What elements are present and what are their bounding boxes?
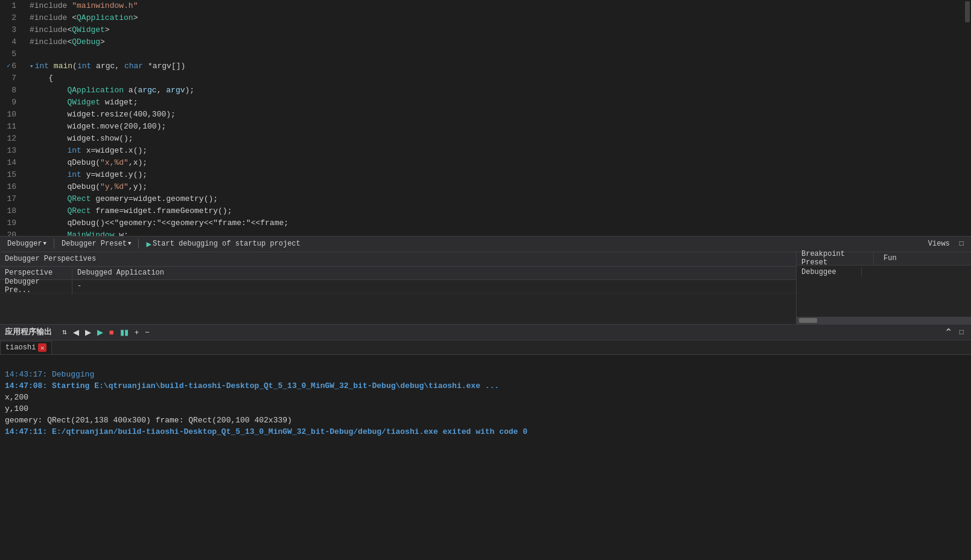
debugger-preset-arrow: ▼ (128, 241, 131, 247)
start-debug-btn[interactable]: ▶ Start debugging of startup project (144, 238, 302, 250)
vertical-scrollbar[interactable] (964, 0, 971, 236)
code-line-2: #include <QApplication> (30, 12, 964, 24)
code-line-6: ▾int main(int argc, char *argv[]) (30, 60, 964, 72)
next-btn[interactable]: ▶ (83, 327, 93, 337)
output-toolbar-controls: ⇅ ◀ ▶ ▶ ■ ▮▮ + − (60, 326, 151, 337)
perspectives-title: Debugger Perspectives (5, 255, 96, 263)
code-line-7: { (30, 72, 964, 84)
code-editor: 1 2 3 4 5 ✓6 7 8 9 10 11 12 13 14 15 16 … (0, 0, 971, 236)
perspective-cell-app: - (72, 282, 86, 290)
line-num-8: 8 (6, 84, 21, 97)
code-line-9: QWidget widget; (30, 97, 964, 109)
perspectives-right-panel: Breakpoint Preset Fun Debuggee (796, 252, 971, 324)
perspective-cell-name: Debugger Pre... (0, 278, 72, 294)
code-line-5 (30, 48, 964, 60)
output-tab-tiaoshi[interactable]: tiaoshi ✕ (0, 341, 52, 354)
output-content[interactable]: 14:43:17: Debugging 14:47:08: Starting E… (0, 355, 971, 561)
pause-btn[interactable]: ▮▮ (118, 327, 130, 337)
fold-arrow: ▾ (30, 60, 34, 72)
line-num-7: 7 (6, 72, 21, 84)
debugger-section: Debugger ▼ Debugger Preset ▼ ▶ Start deb… (5, 238, 303, 250)
code-line-8: QApplication a(argc, argv); (30, 84, 964, 97)
output-tab-bar: tiaoshi ✕ (0, 340, 971, 355)
debugger-dropdown-btn[interactable]: Debugger ▼ (5, 238, 49, 249)
output-line-2: 14:47:08: Starting E:\qtruanjian\build-t… (5, 380, 966, 392)
remove-btn[interactable]: − (143, 327, 151, 337)
app-output-panel: 应用程序输出 ⇅ ◀ ▶ ▶ ■ ▮▮ + − ⌃ □ tiaoshi ✕ (0, 324, 971, 561)
right-row-cell1: Debuggee (801, 268, 862, 276)
panel-maximize-btn[interactable]: □ (957, 328, 966, 336)
col-header-row: Perspective Debugged Application (0, 267, 796, 280)
line-num-14: 14 (6, 157, 21, 169)
code-line-19: qDebug()<<"geomery:"<<geomery<<"frame:"<… (30, 217, 964, 229)
tab-close-btn[interactable]: ✕ (38, 343, 46, 352)
line-num-9: 9 (6, 97, 21, 109)
code-line-15: int y=widget.y(); (30, 169, 964, 181)
line-num-11: 11 (6, 121, 21, 133)
stop-btn[interactable]: ■ (107, 327, 116, 337)
debugger-dropdown-arrow: ▼ (43, 241, 46, 247)
line-num-1: 1 (6, 0, 21, 12)
line-num-6: ✓6 (6, 60, 21, 72)
run-btn[interactable]: ▶ (95, 327, 105, 337)
prev-btn[interactable]: ◀ (71, 327, 81, 337)
code-line-18: QRect frame=widget.frameGeometry(); (30, 205, 964, 217)
perspectives-table: Perspective Debugged Application Debugge… (0, 267, 796, 293)
line-num-3: 3 (6, 24, 21, 36)
code-area[interactable]: #include "mainwindow.h" #include <QAppli… (27, 0, 964, 236)
right-col2-label: Fun (883, 254, 897, 262)
line-num-2: 2 (6, 12, 21, 24)
output-line-0 (5, 357, 966, 369)
code-line-10: widget.resize(400,300); (30, 109, 964, 121)
perspective-row-1[interactable]: Debugger Pre... - (0, 280, 796, 293)
line-num-16: 16 (6, 181, 21, 193)
code-line-11: widget.move(200,100); (30, 121, 964, 133)
debugger-toolbar: Debugger ▼ Debugger Preset ▼ ▶ Start deb… (0, 236, 971, 252)
line-num-19: 19 (6, 217, 21, 229)
right-panel-header: Breakpoint Preset Fun (797, 252, 971, 266)
code-line-12: widget.show(); (30, 133, 964, 145)
col-debugged-app: Debugged Application (72, 269, 169, 277)
line-num-5: 5 (6, 48, 21, 60)
toolbar-sep-1 (54, 239, 54, 249)
line-numbers: 1 2 3 4 5 ✓6 7 8 9 10 11 12 13 14 15 16 … (0, 0, 27, 236)
maximize-panel-btn[interactable]: □ (957, 238, 966, 249)
panel-collapse-btn[interactable]: ⌃ (942, 326, 955, 338)
right-panel-spacer (797, 279, 971, 317)
line-num-4: 4 (6, 36, 21, 48)
right-col1-label: Breakpoint Preset (801, 250, 868, 267)
panel-controls: ⌃ □ (942, 326, 966, 338)
line-num-15: 15 (6, 169, 21, 181)
perspectives-header: Debugger Perspectives (0, 252, 796, 267)
output-line-5: geomery: QRect(201,138 400x300) frame: Q… (5, 415, 966, 426)
wrap-icon[interactable]: ⇅ (60, 326, 69, 337)
line-num-13: 13 (6, 145, 21, 157)
line-num-17: 17 (6, 193, 21, 205)
add-btn[interactable]: + (133, 327, 141, 337)
output-line-1: 14:43:17: Debugging (5, 369, 966, 380)
line-num-12: 12 (6, 133, 21, 145)
code-line-13: int x=widget.x(); (30, 145, 964, 157)
start-debug-label: Start debugging of startup project (153, 240, 301, 248)
start-debug-icon: ▶ (146, 239, 151, 249)
h-scrollbar-thumb[interactable] (799, 318, 817, 323)
toolbar-sep-2 (138, 239, 139, 249)
code-line-1: #include "mainwindow.h" (30, 0, 964, 12)
code-line-16: qDebug("y,%d",y); (30, 181, 964, 193)
scrollbar-thumb[interactable] (965, 1, 970, 22)
debugger-preset-label: Debugger Preset (62, 240, 127, 248)
debugger-perspectives-panel: Debugger Perspectives Perspective Debugg… (0, 252, 971, 324)
horizontal-scrollbar[interactable] (797, 317, 971, 324)
output-line-4: y,100 (5, 403, 966, 415)
output-line-3: x,200 (5, 392, 966, 403)
debugger-label: Debugger (7, 240, 42, 248)
output-line-6: 14:47:11: E:/qtruanjian/build-tiaoshi-De… (5, 426, 966, 438)
line-num-18: 18 (6, 205, 21, 217)
code-line-4: #include<QDebug> (30, 36, 964, 48)
debugger-preset-btn[interactable]: Debugger Preset ▼ (59, 238, 133, 249)
app-output-toolbar: 应用程序输出 ⇅ ◀ ▶ ▶ ■ ▮▮ + − ⌃ □ (0, 325, 971, 340)
views-btn[interactable]: Views (923, 238, 955, 249)
code-line-17: QRect geomery=widget.geometry(); (30, 193, 964, 205)
code-line-3: #include<QWidget> (30, 24, 964, 36)
right-panel-row-1[interactable]: Debuggee (797, 266, 971, 279)
